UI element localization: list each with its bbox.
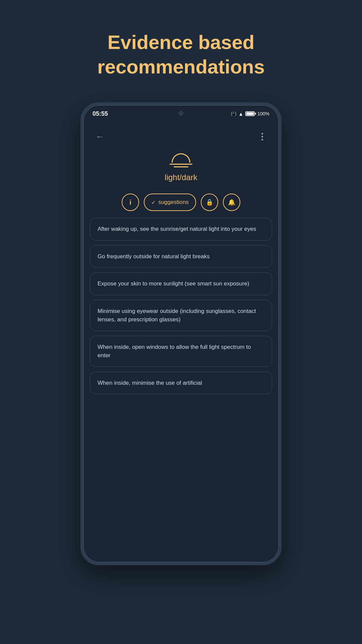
dot-icon — [261, 139, 263, 141]
sun-line — [170, 164, 192, 165]
bell-icon: 🔔 — [228, 199, 235, 206]
info-icon: i — [129, 199, 131, 206]
tab-lock[interactable]: 🔒 — [201, 194, 218, 211]
dot-icon — [261, 136, 263, 138]
tab-info[interactable]: i — [122, 194, 139, 211]
dot-icon — [261, 133, 263, 135]
lock-icon: 🔒 — [206, 199, 213, 206]
back-arrow-icon: ← — [96, 131, 104, 142]
tabs-row: i ✓ suggestions 🔒 🔔 — [83, 187, 279, 218]
sun-arc — [172, 153, 190, 163]
page-title: Evidence based recommendations — [70, 30, 292, 79]
battery-icon — [245, 111, 255, 116]
status-icons: 📳 ▲ 100% — [231, 111, 269, 117]
recommendation-text: When inside, minimise the use of artific… — [98, 379, 264, 387]
recommendations-list: After waking up, see the sunrise/get nat… — [83, 218, 279, 401]
recommendation-text: When inside, open windows to allow the f… — [98, 343, 264, 360]
sun-icon — [169, 151, 193, 167]
recommendation-text: Expose your skin to more sunlight (see s… — [98, 279, 264, 288]
recommendation-card[interactable]: Expose your skin to more sunlight (see s… — [90, 272, 272, 295]
check-icon: ✓ — [151, 199, 156, 206]
app-content: ← light/dark i ✓ suggestions — [83, 122, 279, 562]
back-button[interactable]: ← — [93, 129, 107, 144]
sun-line-short — [174, 166, 188, 167]
more-button[interactable] — [255, 129, 269, 144]
tab-suggestions-label: suggestions — [158, 199, 189, 206]
recommendation-card[interactable]: Minimise using eyewear outside (includin… — [90, 300, 272, 331]
recommendation-text: After waking up, see the sunrise/get nat… — [98, 225, 264, 233]
section-title: light/dark — [165, 173, 197, 182]
status-bar: 05:55 📳 ▲ 100% — [83, 105, 279, 122]
recommendation-text: Go frequently outside for natural light … — [98, 252, 264, 261]
status-camera — [179, 111, 183, 116]
tab-suggestions[interactable]: ✓ suggestions — [144, 194, 196, 211]
recommendation-card[interactable]: When inside, open windows to allow the f… — [90, 336, 272, 367]
icon-area: light/dark — [83, 147, 279, 187]
phone-mockup: 05:55 📳 ▲ 100% ← — [80, 102, 282, 565]
recommendation-card[interactable]: After waking up, see the sunrise/get nat… — [90, 218, 272, 240]
recommendation-card[interactable]: Go frequently outside for natural light … — [90, 245, 272, 268]
top-nav: ← — [83, 122, 279, 147]
recommendation-text: Minimise using eyewear outside (includin… — [98, 307, 264, 324]
status-time: 05:55 — [93, 110, 108, 117]
recommendation-card[interactable]: When inside, minimise the use of artific… — [90, 372, 272, 394]
tab-bell[interactable]: 🔔 — [223, 194, 240, 211]
battery-percent: 100% — [257, 111, 269, 116]
wifi-icon: ▲ — [238, 111, 243, 117]
vibrate-icon: 📳 — [231, 111, 236, 116]
